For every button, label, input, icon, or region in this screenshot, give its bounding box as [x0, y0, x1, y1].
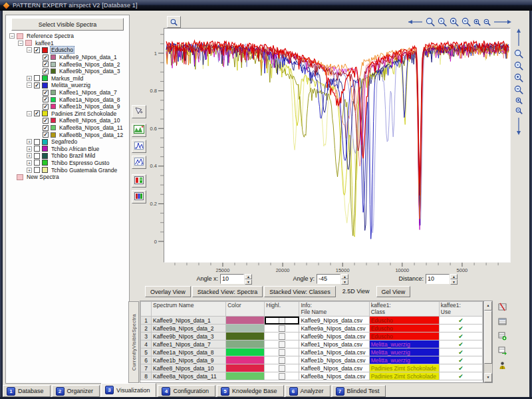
spectra-plot-panel[interactable] — [164, 28, 511, 263]
row-number-cell[interactable]: 7 — [141, 364, 152, 372]
module-tab-analyzer[interactable]: 6Analyzer — [285, 385, 331, 397]
column-header[interactable] — [141, 302, 152, 317]
tree-checkbox[interactable]: ✓ — [34, 47, 40, 53]
use-cell[interactable]: ✔ — [439, 348, 482, 356]
row-number-cell[interactable]: 6 — [141, 356, 152, 364]
column-header[interactable]: Spectrum Name — [152, 302, 226, 317]
file-name-cell[interactable]: Kaffee1b_NIpos_data.csv — [299, 356, 369, 364]
highlight-cell[interactable] — [265, 325, 299, 332]
color-cell[interactable] — [226, 364, 265, 372]
control-value-input[interactable]: 10 — [220, 274, 244, 284]
spectrum-name-cell[interactable]: Kaffee8_NIpos_data_10 — [152, 364, 226, 372]
use-cell[interactable]: ✔ — [439, 332, 482, 340]
table-row[interactable]: 5Kaffee1a_NIpos_data_8Kaffee1a_NIpos_dat… — [141, 348, 483, 356]
highlight-cell[interactable] — [265, 348, 299, 356]
color-cell[interactable] — [226, 325, 265, 332]
tree-item-reference-spectra[interactable]: −Reference Spectra — [8, 33, 128, 40]
color-cell[interactable] — [226, 372, 265, 380]
use-cell[interactable]: ✔ — [439, 364, 482, 372]
highlight-checkbox[interactable] — [279, 341, 285, 348]
tree-checkbox[interactable]: ✓ — [43, 68, 49, 74]
highlight-checkbox[interactable] — [279, 373, 285, 380]
tree-checkbox[interactable]: ✓ — [43, 118, 49, 124]
zoom-out-button[interactable] — [462, 17, 471, 27]
collapse-icon[interactable]: − — [9, 33, 15, 39]
highlight-cell[interactable] — [265, 317, 299, 325]
table-row[interactable]: 7Kaffee8_NIpos_data_10Kaffee8_NIpos_data… — [141, 364, 483, 372]
tree-checkbox[interactable] — [34, 167, 40, 173]
expand-icon[interactable]: + — [27, 160, 32, 166]
view-tab-stacked-view-classes[interactable]: Stacked View: Classes — [264, 286, 335, 297]
table-row[interactable]: 4Kaffee1_NIpos_data_7Kaffee1_NIpos_data.… — [141, 340, 483, 348]
view-tab-overlay-view[interactable]: Overlay View — [145, 286, 191, 297]
spectrum-name-cell[interactable]: Kaffee1_NIpos_data_7 — [152, 340, 226, 348]
spectrum-name-cell[interactable]: Kaffee8a_NIpos_data_11 — [152, 372, 226, 380]
class-cell[interactable]: Padinies Zimt Schokolade — [369, 364, 439, 372]
zoom-out-small-button[interactable] — [515, 107, 523, 114]
zoom-in-small-button[interactable] — [515, 97, 523, 104]
tree-checkbox[interactable]: ✓ — [43, 96, 49, 102]
spinner-down-icon[interactable]: ▼ — [341, 279, 348, 285]
tree-checkbox[interactable] — [34, 160, 40, 166]
highlight-checkbox[interactable] — [279, 349, 285, 356]
zoom-out-button[interactable] — [514, 85, 523, 94]
tree-item-tchibo-espresso-gusto[interactable]: +Tchibo Espresso Gusto — [8, 160, 128, 167]
tree-item-eduscho[interactable]: −✓Eduscho — [8, 47, 128, 54]
color-cell[interactable] — [226, 332, 265, 340]
tree-checkbox[interactable] — [34, 146, 40, 152]
tree-item-kaffee9a-nipos-data-2[interactable]: ✓Kaffee9a_NIpos_data_2 — [8, 61, 128, 68]
tree-checkbox[interactable]: ✓ — [43, 104, 49, 110]
view-tab-stacked-view-spectra[interactable]: Stacked View: Spectra — [192, 286, 263, 297]
highlight-cell[interactable] — [265, 340, 299, 348]
scroll-left-button[interactable] — [404, 19, 423, 25]
zoom-select-button[interactable] — [167, 16, 181, 28]
row-number-cell[interactable]: 2 — [141, 325, 152, 332]
tree-checkbox[interactable]: ✓ — [43, 90, 49, 96]
class-cell[interactable]: Melitta_wuerzig — [369, 340, 439, 348]
module-tab-blinded-test[interactable]: 7Blinded Test — [332, 385, 386, 397]
column-header[interactable]: Info:File Name — [299, 302, 369, 317]
highlight-checkbox[interactable] — [279, 333, 285, 340]
color-cell[interactable] — [226, 317, 265, 325]
expand-icon[interactable]: + — [27, 76, 32, 81]
tree-item-padinies-zimt-schokolade[interactable]: −✓Padinies Zimt Schokolade — [8, 110, 128, 118]
tree-checkbox[interactable]: ✓ — [34, 110, 40, 116]
scroll-down-icon[interactable]: ▼ — [484, 373, 492, 382]
row-number-cell[interactable]: 8 — [141, 372, 152, 380]
spectrum-name-cell[interactable]: Kaffee9_NIpos_data_1 — [152, 317, 226, 325]
view-tab-gel-view[interactable]: Gel View — [376, 286, 411, 297]
collapse-icon[interactable]: − — [27, 82, 32, 88]
table-button[interactable] — [498, 317, 507, 326]
select-visible-spectra-button[interactable]: Select Visible Spectra — [11, 18, 124, 31]
scroll-right-button[interactable] — [493, 19, 512, 25]
tree-checkbox[interactable]: ✓ — [34, 82, 40, 88]
class-cell[interactable]: Eduscho — [369, 325, 439, 332]
zoom-out-small-button[interactable] — [483, 19, 491, 26]
tree-item-tchibo-guatemala-grande[interactable]: +Tchibo Guatemala Grande — [8, 166, 128, 174]
tree-item-kaffee9b-nipos-data-3[interactable]: ✓Kaffee9b_NIpos_data_3 — [8, 68, 128, 75]
tree-checkbox[interactable] — [34, 153, 40, 159]
control-value-input[interactable]: -45 — [317, 274, 340, 284]
class-colors-button[interactable] — [132, 174, 146, 188]
pointer-tool-button[interactable] — [132, 105, 146, 118]
scroll-up-button[interactable] — [515, 28, 522, 47]
tree-item-kaffee8-nipos-data-10[interactable]: ✓Kaffee8_NIpos_data_10 — [8, 117, 128, 124]
tree-checkbox[interactable] — [34, 75, 40, 81]
control-value-input[interactable]: 10 — [426, 274, 450, 284]
table-add-button[interactable] — [498, 332, 507, 340]
highlight-checkbox[interactable] — [279, 365, 285, 372]
color-cell[interactable] — [226, 356, 265, 364]
zoom-pan-button[interactable] — [438, 17, 447, 27]
zoom-in-button[interactable] — [514, 73, 523, 82]
zoom-button[interactable] — [426, 17, 435, 27]
file-name-cell[interactable]: Kaffee1_NIpos_data.csv — [299, 340, 369, 348]
collapse-icon[interactable]: − — [27, 47, 32, 53]
tree-checkbox[interactable]: ✓ — [43, 125, 49, 131]
expand-icon[interactable]: + — [27, 139, 32, 144]
file-name-cell[interactable]: Kaffee8a_NIpos_data.csv — [299, 372, 369, 380]
zoom-in-small-button[interactable] — [473, 19, 481, 26]
zoom-in-button[interactable] — [450, 17, 459, 27]
spinner-up-icon[interactable]: ▲ — [245, 274, 252, 279]
scroll-down-button[interactable] — [515, 117, 522, 136]
tree-item-markus-mild[interactable]: +Markus_mild — [8, 75, 128, 82]
